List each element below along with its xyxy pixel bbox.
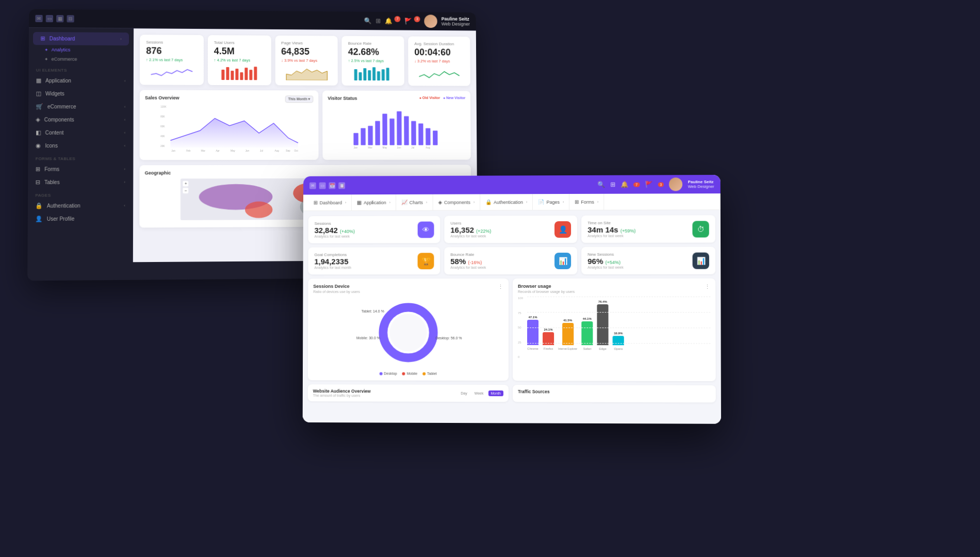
nav-app-icon: ▦ (357, 200, 362, 205)
db-flag-icon[interactable]: 🚩 (404, 18, 412, 25)
svg-rect-6 (249, 70, 252, 80)
stat-sessions-label: Sessions (146, 40, 197, 45)
icons-arrow: ‹ (124, 143, 126, 148)
sidebar-item-user-profile[interactable]: 👤 User Profile (28, 212, 133, 225)
users-sparkline (214, 64, 265, 80)
svg-rect-1 (226, 67, 229, 80)
sidebar-item-forms[interactable]: ⊞ Forms ‹ (28, 162, 133, 176)
stat-pv-label: Page Views (281, 41, 332, 45)
svg-rect-35 (368, 126, 373, 145)
nav-auth-label: Authentication (494, 200, 523, 205)
df-flag-icon[interactable]: 🚩 (645, 181, 652, 188)
sidebar-item-components[interactable]: ◈ Components ‹ (28, 113, 133, 126)
widgets-label: Widgets (45, 91, 64, 96)
svg-rect-14 (377, 71, 380, 80)
nav-forms-arrow: › (597, 200, 598, 204)
nav-dashboard-arrow: › (345, 201, 346, 204)
nav-dashboard[interactable]: ⊞ Dashboard › (308, 194, 352, 211)
browser-usage-menu[interactable]: ⋮ (705, 284, 710, 290)
sidebar-item-content[interactable]: ◧ Content ‹ (28, 126, 133, 139)
nav-authentication[interactable]: 🔒 Authentication › (480, 194, 533, 210)
db-user-avatar[interactable] (424, 14, 437, 28)
svg-text:Jun: Jun (397, 146, 401, 149)
section-label-ui: UI ELEMENTS (28, 63, 133, 74)
df-user-avatar[interactable] (669, 177, 682, 191)
sidebar-item-ecommerce-ui[interactable]: 🛒 eCommerce ‹ (28, 100, 133, 113)
nav-charts-arrow: › (426, 201, 427, 204)
sidebar-item-widgets[interactable]: ◫ Widgets (28, 87, 133, 101)
metric-ns-icon: 📊 (693, 252, 709, 269)
db-search-icon[interactable]: 🔍 (364, 17, 372, 24)
stat-as-label: Avg. Session Duration (414, 41, 464, 46)
db-grid-icon[interactable]: ⊞ (375, 17, 381, 24)
sidebar-item-authentication[interactable]: 🔒 Authentication ‹ (28, 199, 133, 212)
app-label: Application (45, 78, 71, 84)
sidebar-item-dashboard[interactable]: ⊞ Dashboard › (33, 32, 129, 45)
df-grid-icon[interactable]: ⊞ (610, 181, 615, 188)
sidebar-item-icons[interactable]: ◉ Icons ‹ (28, 139, 133, 152)
desktop-label: Desktop: 56.0 % (435, 336, 462, 340)
dashboard-icon: ⊞ (40, 35, 45, 42)
day-week-month-filter: Day Week Month (458, 390, 503, 396)
db-bell-icon[interactable]: 🔔 (385, 17, 393, 24)
db-icon-calendar[interactable]: ▦ (56, 15, 63, 22)
db-icon-tasks[interactable]: ⊟ (67, 15, 74, 22)
sidebar-item-application[interactable]: ▦ Application ‹ (28, 74, 133, 88)
ecommerce-dot: ✦ (44, 57, 48, 61)
metric-users-info: Users 16,352 (+22%) Analytics for last w… (450, 221, 549, 238)
sessions-device-menu[interactable]: ⋮ (498, 284, 503, 290)
df-icon-chat[interactable]: ▭ (319, 182, 326, 189)
nav-app-arrow: › (389, 201, 390, 204)
nav-charts[interactable]: 📈 Charts › (396, 194, 433, 210)
svg-text:40K: 40K (160, 135, 165, 138)
stat-br-value: 42.68% (348, 47, 398, 58)
df-search-icon[interactable]: 🔍 (597, 181, 605, 188)
svg-rect-41 (411, 121, 416, 145)
svg-text:−: − (185, 188, 187, 193)
browser-chrome: 47.1% Chrome (527, 316, 538, 350)
app-arrow: ‹ (124, 78, 126, 83)
metric-ns-change: (+54%) (606, 260, 620, 265)
sidebar-sub-analytics[interactable]: ✦ Analytics (29, 45, 133, 55)
nav-pages[interactable]: 📄 Pages › (533, 193, 569, 210)
ie-bar (562, 323, 574, 345)
svg-rect-5 (244, 68, 248, 80)
filter-month[interactable]: Month (488, 390, 503, 396)
df-icon-calendar[interactable]: 📅 (329, 182, 335, 189)
filter-day[interactable]: Day (458, 390, 469, 396)
sidebar-sub-ecommerce[interactable]: ✦ eCommerce (29, 54, 133, 64)
metric-ns-label: New Sessions (587, 252, 687, 257)
ecommerce-arrow: ‹ (124, 105, 126, 109)
sales-badge[interactable]: This Month ▾ (285, 95, 314, 103)
db-icon-chat[interactable]: ▭ (46, 15, 53, 22)
audience-title: Website Audience Overview (313, 388, 371, 394)
stat-as-change: ↓ 3.2% vs last 7 days (414, 59, 464, 63)
dashboard-front: ✉ ▭ 📅 📋 🔍 ⊞ 🔔 7 🚩 3 Pauline Seitz Web De… (303, 175, 721, 424)
svg-marker-32 (170, 118, 298, 148)
y-0: 0 (518, 355, 523, 358)
sidebar-dashboard-label: Dashboard (50, 36, 75, 41)
metric-goal-icon: 🏆 (418, 253, 434, 269)
metric-bounce-label: Bounce Rate (450, 252, 549, 257)
content-arrow: ‹ (124, 130, 126, 135)
sidebar-item-tables[interactable]: ⊟ Tables ‹ (28, 175, 133, 189)
stat-avg-session: Avg. Session Duration 00:04:60 ↓ 3.2% vs… (408, 37, 470, 86)
browser-chart-container: 100 75 50 25 0 47.1% (518, 297, 710, 359)
svg-rect-40 (404, 116, 409, 145)
df-user-role: Web Designer (688, 184, 714, 189)
metric-sessions-change: (+40%) (340, 229, 355, 234)
db-icon-mail[interactable]: ✉ (35, 14, 42, 22)
nav-components[interactable]: ◈ Components › (433, 194, 480, 210)
df-icon-mail[interactable]: ✉ (309, 182, 316, 189)
sales-title: Sales Overview This Month ▾ (145, 95, 314, 101)
nav-forms[interactable]: ⊞ Forms › (569, 193, 604, 210)
charts-row: Sales Overview This Month ▾ 120K 80K (140, 90, 471, 160)
df-bell-icon[interactable]: 🔔 (620, 181, 628, 188)
df-titlebar-icons: ✉ ▭ 📅 📋 (309, 182, 345, 189)
df-icon-tasks[interactable]: 📋 (338, 182, 345, 189)
svg-rect-11 (364, 68, 367, 80)
nav-application[interactable]: ▦ Application › (352, 194, 396, 210)
df-user-name: Pauline Seitz (688, 179, 714, 184)
stat-bounce-rate: Bounce Rate 42.68% ↑ 2.5% vs last 7 days (342, 36, 404, 86)
filter-week[interactable]: Week (472, 390, 486, 396)
